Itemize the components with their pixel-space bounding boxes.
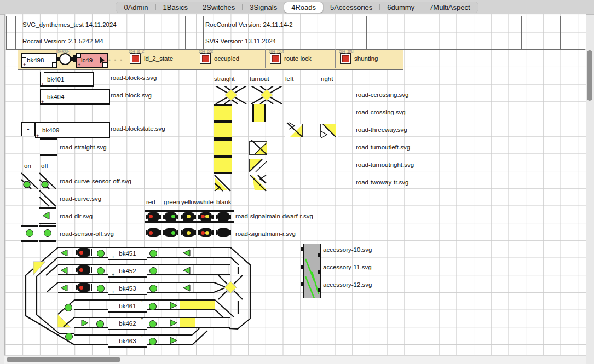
file-label: accessory-11.svg bbox=[323, 261, 372, 273]
direction-triangle-icon[interactable] bbox=[170, 337, 177, 344]
sensor-green-dot-icon[interactable] bbox=[97, 267, 105, 275]
yard-signal-red[interactable] bbox=[76, 283, 92, 292]
tab-5accessories[interactable]: 5Accessories bbox=[323, 2, 379, 13]
crossing-diamond-icon bbox=[225, 89, 237, 101]
track-turnoutleft-straight-tile[interactable] bbox=[214, 139, 232, 157]
sensor-green-dot-icon[interactable] bbox=[149, 267, 157, 275]
sensor-green-dot-icon[interactable] bbox=[65, 333, 73, 340]
tab-7multiaspect[interactable]: 7MultiAspect bbox=[422, 2, 477, 13]
signal-rail-line bbox=[145, 210, 234, 212]
signal-capsule-icon-blank[interactable] bbox=[216, 212, 231, 221]
track-dir-tile[interactable] bbox=[39, 207, 56, 224]
track-crossing-straight-tile[interactable] bbox=[214, 104, 232, 122]
direction-triangle-icon[interactable] bbox=[60, 249, 68, 257]
signal-capsule-icon-red[interactable] bbox=[146, 212, 161, 221]
app-window: 0Admin 1Basics 2Switches 3Signals 4Roads… bbox=[0, 0, 594, 364]
track-twoway-turnout-tile[interactable] bbox=[249, 174, 267, 192]
track-threeway-right-tile[interactable] bbox=[320, 122, 338, 139]
block-bk401[interactable]: bk401 + bbox=[40, 72, 94, 87]
tab-0admin[interactable]: 0Admin bbox=[117, 2, 155, 13]
direction-triangle-icon[interactable] bbox=[170, 302, 177, 309]
output-red-square-icon[interactable] bbox=[270, 53, 281, 64]
file-label: accessory-10.svg bbox=[323, 244, 372, 256]
loco-plus-mark: + bbox=[78, 62, 80, 67]
signal-capsule-icon-red[interactable] bbox=[146, 228, 161, 237]
signal-capsule-icon-green[interactable] bbox=[163, 212, 178, 221]
track-ccrossing-turnout-tile[interactable] bbox=[249, 86, 284, 104]
yard-block-label[interactable]: bk463+ bbox=[108, 334, 147, 348]
track-twoway-straight-tile[interactable] bbox=[214, 174, 232, 192]
tab-2switches[interactable]: 2Switches bbox=[195, 2, 242, 13]
direction-triangle-icon[interactable] bbox=[183, 284, 191, 292]
blockstate-minus-box[interactable]: - bbox=[21, 122, 35, 136]
yard-signal-red[interactable] bbox=[76, 265, 92, 274]
direction-triangle-icon[interactable] bbox=[60, 284, 68, 292]
direction-triangle-icon[interactable] bbox=[170, 319, 177, 327]
track-threeway-straight-tile[interactable] bbox=[214, 122, 232, 139]
legend-block-bk498[interactable]: bk498 + bbox=[21, 53, 57, 68]
signal-header-yellow: yellow bbox=[181, 193, 199, 210]
track-crossing-turnout-tile[interactable] bbox=[252, 104, 266, 122]
block-bk404[interactable]: bk404 + bbox=[40, 89, 110, 105]
sensor-green-dot-icon[interactable] bbox=[65, 304, 72, 311]
track-curve-sensor-tile[interactable] bbox=[39, 172, 56, 189]
yard-block-label[interactable]: bk451+ bbox=[108, 247, 147, 260]
track-turnoutright-turnout-tile[interactable] bbox=[249, 157, 267, 174]
direction-triangle-icon[interactable] bbox=[60, 267, 68, 274]
table-border bbox=[6, 33, 585, 33]
sensor-green-dot-icon[interactable] bbox=[97, 285, 105, 292]
signal-capsule-icon-yellow[interactable] bbox=[181, 228, 196, 237]
sensor-green-dot-icon[interactable] bbox=[149, 303, 157, 310]
sensor-green-dot-icon[interactable] bbox=[97, 250, 105, 257]
track-turnoutleft-turnout-tile[interactable] bbox=[249, 139, 267, 157]
signal-capsule-icon-white[interactable] bbox=[198, 228, 214, 237]
tab-6dummy[interactable]: 6dummy bbox=[380, 2, 422, 13]
track-curve-sensor-tile[interactable] bbox=[21, 172, 38, 189]
signal-capsule-icon-green[interactable] bbox=[163, 228, 178, 237]
sensor-green-dot-icon[interactable] bbox=[96, 320, 104, 328]
signal-capsule-icon-yellow[interactable] bbox=[181, 212, 196, 221]
track-curve-tile[interactable] bbox=[39, 190, 56, 207]
horizontal-scrollbar-thumb[interactable] bbox=[7, 357, 120, 362]
block-bk409[interactable]: bk409 + bbox=[35, 122, 110, 138]
track-turnoutright-straight-tile[interactable] bbox=[214, 157, 232, 174]
legend-separator bbox=[125, 49, 125, 68]
output-red-square-icon[interactable] bbox=[200, 53, 211, 64]
sensor-green-dot-icon[interactable] bbox=[149, 338, 157, 345]
vertical-scrollbar-thumb[interactable] bbox=[587, 50, 592, 101]
signal-capsule-icon-blank[interactable] bbox=[216, 228, 231, 237]
route-connector-circle-icon[interactable] bbox=[59, 53, 71, 65]
tab-1basics[interactable]: 1Basics bbox=[156, 2, 195, 13]
tab-3signals[interactable]: 3Signals bbox=[243, 2, 284, 13]
file-label: road-signalmain-dwarf-r.svg bbox=[235, 207, 313, 224]
direction-triangle-icon[interactable] bbox=[81, 319, 89, 327]
yard-block-label[interactable]: bk453+ bbox=[108, 282, 147, 295]
file-label: road-block-s.svg bbox=[111, 72, 157, 84]
legend-loco-lc49[interactable]: lc49 + bbox=[76, 53, 108, 68]
block-id-label: bk401 bbox=[41, 76, 64, 83]
direction-triangle-icon[interactable] bbox=[183, 249, 191, 257]
yard-block-label[interactable]: bk461+ bbox=[108, 299, 147, 313]
route-id-tag: [bk498-] bbox=[56, 49, 70, 53]
sensor-green-dot-icon[interactable] bbox=[149, 285, 157, 292]
legend-item-label: occupied bbox=[214, 53, 239, 65]
track-threeway-left-tile[interactable] bbox=[285, 122, 303, 139]
sensor-green-dot-icon[interactable] bbox=[149, 250, 157, 257]
legend-separator bbox=[265, 49, 266, 68]
sensor-green-dot-icon[interactable] bbox=[149, 320, 157, 328]
yard-block-label[interactable]: bk462+ bbox=[108, 317, 147, 330]
block-plus-mark: + bbox=[112, 255, 114, 260]
direction-triangle-icon[interactable] bbox=[183, 267, 191, 274]
output-red-square-icon[interactable] bbox=[340, 53, 351, 64]
yard-signal-red[interactable] bbox=[76, 248, 92, 257]
yard-block-label[interactable]: bk452+ bbox=[108, 264, 147, 278]
track-sensor-tile[interactable] bbox=[39, 225, 56, 242]
track-ccrossing-tile[interactable] bbox=[214, 86, 249, 104]
output-red-square-icon[interactable] bbox=[130, 53, 141, 64]
column-header-right: right bbox=[321, 71, 333, 86]
signal-capsule-icon-white[interactable] bbox=[198, 212, 214, 221]
track-sensor-tile[interactable] bbox=[21, 225, 38, 242]
track-straight-tile[interactable] bbox=[40, 138, 57, 156]
tab-4roads-selected[interactable]: 4Roads bbox=[284, 2, 323, 13]
block-id-label: bk452 bbox=[119, 268, 136, 274]
